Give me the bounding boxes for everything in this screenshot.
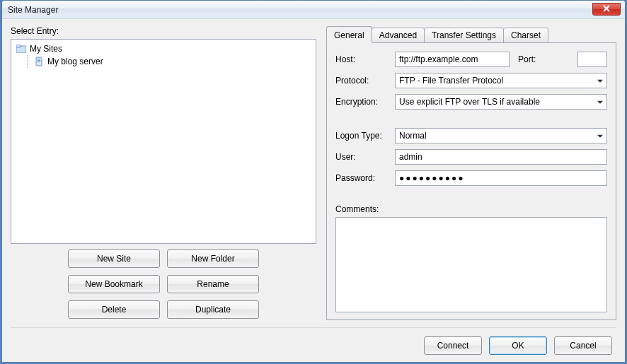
rename-button[interactable]: Rename: [167, 275, 259, 293]
password-label: Password:: [335, 173, 391, 183]
tree-item-label: My Sites: [30, 44, 62, 54]
encryption-select[interactable]: [395, 94, 607, 110]
logon-type-select[interactable]: [395, 128, 607, 143]
dialog-buttons: Connect OK Cancel: [11, 328, 616, 355]
password-input[interactable]: [395, 170, 607, 186]
tree-item-label: My blog server: [47, 57, 103, 66]
window-title: Site Manager: [8, 5, 58, 15]
select-entry-label: Select Entry:: [11, 26, 316, 36]
logon-type-select-wrap: [395, 128, 607, 143]
ok-button[interactable]: OK: [489, 336, 547, 355]
comments-textarea[interactable]: [335, 217, 607, 312]
tab-advanced[interactable]: Advanced: [372, 28, 425, 43]
site-tree[interactable]: My Sites My blog server: [11, 39, 316, 244]
new-bookmark-button[interactable]: New Bookmark: [68, 275, 160, 293]
new-folder-button[interactable]: New Folder: [167, 249, 259, 268]
titlebar: Site Manager: [2, 1, 625, 19]
tab-charset[interactable]: Charset: [503, 28, 548, 43]
left-pane: Select Entry: My Sites: [11, 26, 316, 320]
user-input[interactable]: [395, 149, 607, 165]
protocol-select[interactable]: [395, 73, 607, 88]
row-password: Password:: [335, 170, 607, 186]
tab-transfer-settings[interactable]: Transfer Settings: [424, 28, 504, 43]
row-logon-type: Logon Type:: [335, 128, 607, 143]
port-label: Port:: [518, 54, 573, 64]
tree-root: My Sites My blog server: [16, 42, 311, 68]
comments-area: Comments:: [335, 204, 607, 312]
tree-item-my-sites[interactable]: My Sites: [16, 42, 311, 55]
encryption-label: Encryption:: [335, 97, 391, 107]
comments-label: Comments:: [335, 204, 607, 214]
host-input[interactable]: [395, 52, 510, 67]
row-protocol: Protocol:: [335, 73, 607, 88]
site-manager-window: Site Manager Select Entry: My Sites: [1, 0, 626, 363]
svg-rect-4: [38, 60, 40, 61]
row-user: User:: [335, 149, 607, 165]
tabstrip: General Advanced Transfer Settings Chars…: [326, 26, 616, 43]
new-site-button[interactable]: New Site: [68, 249, 160, 268]
close-icon: [603, 4, 610, 14]
right-pane: General Advanced Transfer Settings Chars…: [326, 26, 616, 320]
connect-button[interactable]: Connect: [424, 336, 482, 355]
spacer2: [335, 192, 607, 199]
entry-buttons: New Site New Folder New Bookmark Rename …: [11, 249, 316, 320]
protocol-label: Protocol:: [335, 76, 391, 86]
row-host: Host: Port:: [335, 52, 607, 67]
svg-rect-5: [38, 61, 40, 62]
svg-rect-1: [16, 45, 21, 47]
protocol-select-wrap: [395, 73, 607, 88]
duplicate-button[interactable]: Duplicate: [167, 300, 259, 319]
spacer: [335, 115, 607, 122]
logon-type-label: Logon Type:: [335, 131, 391, 141]
close-button[interactable]: [592, 3, 621, 16]
upper-area: Select Entry: My Sites: [11, 26, 616, 320]
tree-children: My blog server: [27, 55, 311, 68]
user-label: User:: [335, 152, 391, 162]
svg-rect-3: [38, 59, 40, 59]
port-input[interactable]: [577, 52, 607, 67]
tab-body-general: Host: Port: Protocol: Encryption:: [326, 42, 616, 320]
delete-button[interactable]: Delete: [68, 300, 160, 319]
row-encryption: Encryption:: [335, 94, 607, 110]
encryption-select-wrap: [395, 94, 607, 110]
host-label: Host:: [335, 54, 391, 64]
folder-icon: [16, 43, 27, 54]
tab-general[interactable]: General: [326, 26, 372, 43]
client-area: Select Entry: My Sites: [2, 19, 625, 362]
tree-item-my-blog-server[interactable]: My blog server: [33, 55, 311, 68]
cancel-button[interactable]: Cancel: [554, 336, 612, 355]
server-icon: [33, 56, 45, 67]
